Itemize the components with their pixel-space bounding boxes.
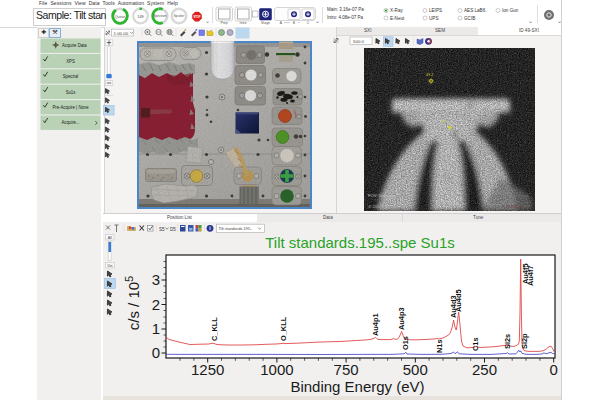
- svg-text:All: All: [108, 236, 112, 240]
- svg-text:Ion Gun: Ion Gun: [502, 8, 519, 13]
- svg-text:Tilt standards.195..: Tilt standards.195..: [219, 226, 253, 231]
- svg-text:Acquire Data: Acquire Data: [61, 43, 86, 48]
- svg-text:A: A: [280, 21, 283, 25]
- svg-text:UPS: UPS: [429, 16, 438, 21]
- svg-text:2: 2: [152, 296, 160, 313]
- svg-text:Spectral: Spectral: [62, 74, 78, 79]
- svg-text:AES LaB6: AES LaB6: [464, 8, 486, 13]
- svg-text:Au4f7: Au4f7: [526, 265, 535, 286]
- svg-text:Stage: Stage: [261, 21, 270, 25]
- svg-text:Queue: Queue: [115, 15, 125, 19]
- svg-text:Si2s: Si2s: [503, 334, 512, 349]
- svg-text:Su1s: Su1s: [65, 90, 76, 95]
- svg-text:250: 250: [472, 361, 497, 378]
- svg-text:Acquire...: Acquire...: [61, 120, 79, 125]
- svg-text:Pre-Acquire | None: Pre-Acquire | None: [52, 105, 89, 110]
- svg-text:C1s: C1s: [471, 337, 480, 351]
- svg-text:FOV: 500.0 µm: FOV: 500.0 µm: [368, 193, 397, 198]
- svg-text:Sputter: Sputter: [174, 14, 186, 18]
- svg-text:O_KLL: O_KLL: [279, 316, 288, 341]
- svg-text:1000: 1000: [260, 361, 293, 378]
- svg-text:0: 0: [550, 361, 558, 378]
- svg-text:S5: S5: [159, 227, 165, 232]
- svg-text:Au4d5: Au4d5: [454, 289, 463, 312]
- svg-text:Si2p: Si2p: [520, 333, 529, 349]
- svg-text:Prep: Prep: [220, 21, 227, 25]
- svg-text:GCIB: GCIB: [464, 16, 475, 21]
- svg-text:500.0 µm: 500.0 µm: [495, 191, 511, 195]
- svg-text:0: 0: [152, 344, 160, 361]
- svg-text:1:00.00: 1:00.00: [114, 31, 129, 36]
- svg-text:2/23/2023: 2/23/2023: [506, 205, 523, 209]
- svg-text:Au4p1: Au4p1: [371, 313, 380, 336]
- svg-text:STOP: STOP: [193, 15, 200, 19]
- svg-text:E-Neut: E-Neut: [390, 16, 405, 21]
- svg-text:Au4p3: Au4p3: [397, 307, 406, 330]
- svg-text:500.0: 500.0: [353, 39, 365, 44]
- svg-text:C_KLL: C_KLL: [210, 317, 219, 341]
- svg-text:49-2: 49-2: [426, 73, 433, 77]
- svg-text:B: B: [293, 21, 296, 25]
- svg-text:c/s / 105: c/s / 105: [123, 276, 142, 330]
- svg-text:Φ 244 Cameron: Φ 244 Cameron: [368, 204, 399, 209]
- svg-text:Dis: Dis: [107, 264, 112, 268]
- svg-text:750: 750: [334, 361, 359, 378]
- svg-text:Tilt standards.195..spe Su1s: Tilt standards.195..spe Su1s: [265, 234, 455, 251]
- svg-text:149: 149: [137, 15, 143, 19]
- svg-text:Intro: Intro: [240, 21, 247, 25]
- svg-text:1: 1: [152, 320, 160, 337]
- svg-text:N1s: N1s: [435, 339, 444, 353]
- svg-text:Binding Energy (eV): Binding Energy (eV): [290, 378, 424, 395]
- svg-text:D5: D5: [170, 227, 176, 232]
- svg-text:LEIPS: LEIPS: [429, 8, 442, 13]
- svg-text:O1s: O1s: [401, 336, 410, 350]
- svg-text:500: 500: [403, 361, 428, 378]
- svg-text:XPS: XPS: [66, 59, 75, 64]
- svg-text:1250: 1250: [191, 361, 224, 378]
- svg-text:X-Ray: X-Ray: [390, 8, 403, 13]
- svg-text:C: C: [307, 21, 310, 25]
- svg-text:3: 3: [152, 271, 160, 288]
- svg-text:Spectrum: Spectrum: [153, 14, 167, 18]
